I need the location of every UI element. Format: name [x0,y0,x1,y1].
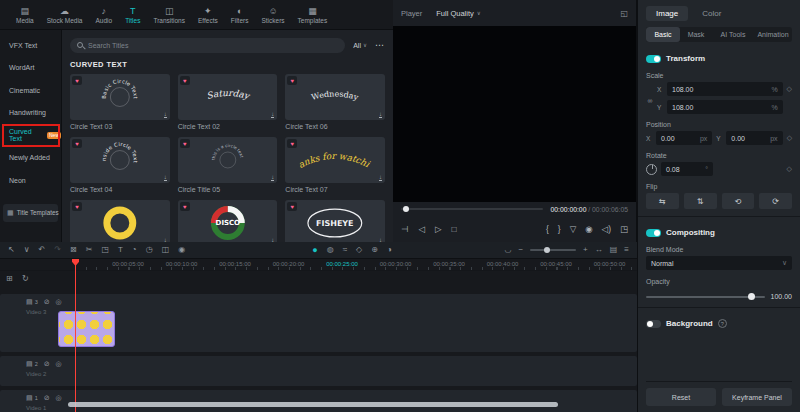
download-icon[interactable]: ↓ [379,174,382,182]
download-icon[interactable]: ↓ [164,111,167,119]
split-icon[interactable]: ✂ [86,246,93,254]
title-card[interactable]: FISHEYE♥↓ [285,200,385,242]
rotate-keyframe-icon[interactable]: ◇ [787,165,792,173]
fit-timeline-icon[interactable]: ↔ [595,246,603,254]
flip-horizontal-button[interactable]: ⇆ [646,193,679,209]
duration-icon[interactable]: ◷ [146,246,153,254]
video-canvas[interactable] [393,26,636,202]
snapshot-icon[interactable]: ◉ [585,225,592,234]
download-icon[interactable]: ↓ [271,111,274,119]
scale-y-field[interactable]: 108.00 % [667,100,783,114]
title-card-circle-title-05[interactable]: this is a circle text♥↓Circle Title 05 [178,137,278,193]
rotate-dial-icon[interactable] [646,164,657,175]
quality-dropdown[interactable]: Full Quality ∨ [436,9,481,18]
step-back-icon[interactable]: ◁ [418,225,425,234]
title-clip[interactable] [58,311,115,347]
volume-icon[interactable]: ◁) [602,225,611,234]
position-keyframe-icon[interactable]: ◇ [787,134,792,142]
hide-track-icon[interactable]: ◎ [56,360,62,367]
track-video-1[interactable]: ▤1⊘◎Video 1 [0,390,637,412]
favorite-button[interactable]: ♥ [287,76,297,85]
sidebar-item-newly-added[interactable]: Newly Added [0,147,61,170]
position-x-field[interactable]: 0.00 px [656,131,712,145]
download-icon[interactable]: ↓ [164,174,167,182]
track-thumbnail-icon[interactable]: ▤ [26,394,33,401]
reset-button[interactable]: Reset [646,388,716,406]
chroma-key-icon[interactable]: ◑ [387,246,392,254]
record-icon[interactable]: ◉ [178,246,185,254]
favorite-button[interactable]: ♥ [287,139,297,148]
opacity-slider-handle[interactable] [748,293,755,300]
title-card[interactable]: ♥↓ [70,200,170,242]
manage-tracks-icon[interactable]: ≡ [624,246,629,254]
favorite-button[interactable]: ♥ [180,76,190,85]
track-video-3[interactable]: ▤3⊘◎Video 3 [0,294,637,352]
track-video-2[interactable]: ▤2⊘◎Video 2 [0,356,637,386]
subtab-basic[interactable]: Basic [646,27,680,42]
title-card-circle-text-02[interactable]: Saturday♥↓Circle Text 02 [178,74,278,130]
topbar-item-effects[interactable]: ✦Effects [198,6,218,24]
speed-icon[interactable]: ◔ [132,246,137,254]
topbar-item-filters[interactable]: ◐Filters [231,6,249,24]
favorite-button[interactable]: ♥ [180,139,190,148]
sidebar-item-cinematic[interactable]: Cinematic [0,79,61,102]
subtab-mask[interactable]: Mask [680,27,712,42]
filter-dropdown[interactable]: All ∨ [351,42,369,49]
stop-icon[interactable]: □ [452,225,457,234]
title-card-circle-text-03[interactable]: Basic Circle Text♥↓Circle Text 03 [70,74,170,130]
tab-image[interactable]: Image [646,6,688,21]
timeline-zoom-slider[interactable] [530,249,576,251]
topbar-item-stock-media[interactable]: ☁Stock Media [47,6,83,24]
topbar-item-titles[interactable]: TTitles [125,6,140,24]
flip-vertical-button[interactable]: ⇅ [684,193,717,209]
topbar-item-stickers[interactable]: ☺Stickers [261,6,284,24]
snap-icon[interactable]: ◡ [504,246,511,254]
delete-icon[interactable]: ⊠ [70,246,77,254]
link-scale-icon[interactable]: ∞ [646,82,654,118]
rotate-field[interactable]: 0.08 ° [661,162,713,176]
rotate-cw-button[interactable]: ⟳ [759,193,792,209]
transform-toggle[interactable] [646,55,661,63]
render-preview-icon[interactable]: ● [312,246,317,255]
freeze-frame-icon[interactable]: ◫ [162,246,170,254]
sidebar-item-vfx-text[interactable]: VFX Text [0,34,61,57]
title-card[interactable]: DISCO♥↓ [178,200,278,242]
tab-color[interactable]: Color [692,6,731,21]
seek-handle[interactable] [403,206,409,212]
hide-track-icon[interactable]: ◎ [56,298,62,305]
favorite-button[interactable]: ♥ [180,202,190,211]
track-options-icon[interactable]: ↻ [22,274,29,283]
title-card-circle-text-06[interactable]: Wednesday♥↓Circle Text 06 [285,74,385,130]
keyframe-panel-button[interactable]: Keyframe Panel [722,388,792,406]
tool-menu-icon[interactable]: ∨ [24,246,30,254]
seek-bar[interactable] [401,208,543,210]
undo-icon[interactable]: ↶ [39,246,46,254]
blend-mode-dropdown[interactable]: Normal ∨ [646,256,792,270]
title-card-circle-text-07[interactable]: thanks for watching♥↓Circle Text 07 [285,137,385,193]
sidebar-item-wordart[interactable]: WordArt [0,57,61,80]
mark-out-icon[interactable]: } [558,225,561,234]
mute-track-icon[interactable]: ⊘ [44,360,50,367]
sidebar-item-handwriting[interactable]: Handwriting [0,102,61,125]
motion-track-icon[interactable]: ⊕ [371,246,378,254]
favorite-button[interactable]: ♥ [72,139,82,148]
opacity-slider[interactable] [646,296,765,298]
play-icon[interactable]: ▷ [435,225,442,234]
hide-track-icon[interactable]: ◎ [56,394,62,401]
pointer-tool-icon[interactable]: ↖ [8,246,15,254]
audio-mixer-icon[interactable]: ≈ [343,246,347,254]
crop-icon[interactable]: ◳ [101,246,109,254]
subtab-ai-tools[interactable]: AI Tools [712,27,754,42]
topbar-item-media[interactable]: ▤Media [16,6,34,24]
download-icon[interactable]: ↓ [379,111,382,119]
scale-x-field[interactable]: 108.00 % [667,82,783,96]
track-thumbnail-icon[interactable]: ▤ [26,360,33,367]
mute-track-icon[interactable]: ⊘ [44,394,50,401]
horizontal-scrollbar[interactable] [68,402,558,407]
popout-player-icon[interactable]: ◱ [620,9,628,18]
favorite-button[interactable]: ♥ [287,202,297,211]
download-icon[interactable]: ↓ [271,174,274,182]
voiceover-icon[interactable]: ◍ [327,246,334,254]
mute-track-icon[interactable]: ⊘ [44,298,50,305]
topbar-item-templates[interactable]: ▦Templates [298,6,328,24]
